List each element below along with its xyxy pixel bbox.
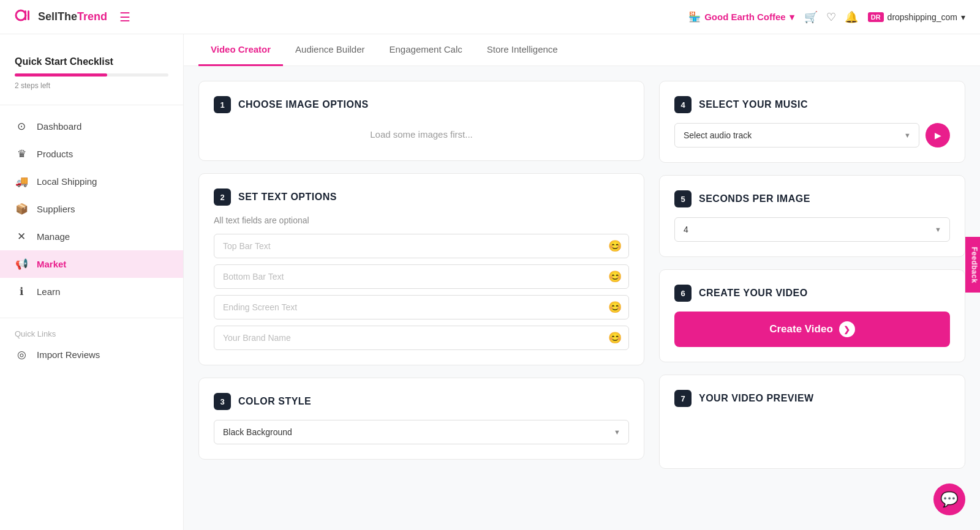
step5-card: 5 SECONDS PER IMAGE 1 2 3 4 5 6 7 8 xyxy=(659,175,965,257)
tab-engagement-calc[interactable]: Engagement Calc xyxy=(377,34,475,66)
top-bar-emoji-btn[interactable]: 😊 xyxy=(608,239,622,253)
seconds-per-image-select[interactable]: 1 2 3 4 5 6 7 8 xyxy=(674,217,950,242)
play-icon: ▶ xyxy=(935,130,941,140)
store-selector[interactable]: 🏪 Good Earth Coffee ▾ xyxy=(688,11,794,23)
step1-card: 1 CHOOSE IMAGE OPTIONS Load some images … xyxy=(198,81,644,161)
steps-left-label: 2 steps left xyxy=(15,81,168,90)
ending-screen-emoji-btn[interactable]: 😊 xyxy=(608,300,622,314)
content-area: 1 CHOOSE IMAGE OPTIONS Load some images … xyxy=(184,66,980,483)
logo[interactable]: SellTheTrend xyxy=(15,6,107,29)
manage-icon: ✕ xyxy=(15,230,28,243)
logo-icon xyxy=(15,6,34,29)
sub-navigation: Video Creator Audience Builder Engagemen… xyxy=(184,34,980,66)
color-style-select[interactable]: Black Background White Background Gradie… xyxy=(214,420,629,444)
products-icon: ♛ xyxy=(15,147,28,160)
step3-header: 3 COLOR STYLE xyxy=(214,393,629,410)
sidebar-item-manage[interactable]: ✕ Manage xyxy=(0,223,183,250)
import-reviews-icon: ◎ xyxy=(15,348,28,361)
progress-bar-background xyxy=(15,73,168,77)
step1-header: 1 CHOOSE IMAGE OPTIONS xyxy=(214,96,629,113)
sidebar-item-import-reviews[interactable]: ◎ Import Reviews xyxy=(0,341,183,368)
bottom-bar-emoji-btn[interactable]: 😊 xyxy=(608,270,622,283)
color-style-select-wrapper: Black Background White Background Gradie… xyxy=(214,420,629,444)
tab-audience-builder[interactable]: Audience Builder xyxy=(283,34,377,66)
user-dropdown-icon: ▾ xyxy=(961,12,965,22)
cart-icon[interactable]: 🛒 xyxy=(804,10,818,24)
step2-card: 2 SET TEXT OPTIONS All text fields are o… xyxy=(198,173,644,365)
step2-header: 2 SET TEXT OPTIONS xyxy=(214,188,629,206)
bottom-bar-text-wrapper: 😊 xyxy=(214,264,629,289)
create-video-label: Create Video xyxy=(769,323,833,335)
sidebar-item-label: Manage xyxy=(37,231,70,242)
step1-title: CHOOSE IMAGE OPTIONS xyxy=(238,99,369,110)
step6-title: CREATE YOUR VIDEO xyxy=(699,288,808,299)
step4-title: SELECT YOUR MUSIC xyxy=(699,99,808,110)
step7-header: 7 YOUR VIDEO PREVIEW xyxy=(674,390,950,407)
main-content: Video Creator Audience Builder Engagemen… xyxy=(184,34,980,530)
tab-video-creator[interactable]: Video Creator xyxy=(198,34,283,66)
brand-name-input[interactable] xyxy=(214,326,629,350)
step2-title: SET TEXT OPTIONS xyxy=(238,192,337,203)
nav-right: 🏪 Good Earth Coffee ▾ 🛒 ♡ 🔔 DR dropshipp… xyxy=(688,10,965,24)
market-icon: 📢 xyxy=(15,258,28,271)
step4-badge: 4 xyxy=(674,96,692,113)
sidebar-nav: ⊙ Dashboard ♛ Products 🚚 Local Shipping … xyxy=(0,105,183,313)
user-badge: DR xyxy=(868,12,884,22)
svg-rect-1 xyxy=(24,10,26,20)
svg-rect-2 xyxy=(28,10,29,20)
sidebar-item-dashboard[interactable]: ⊙ Dashboard xyxy=(0,113,183,140)
user-menu[interactable]: DR dropshipping_com ▾ xyxy=(868,12,965,22)
sidebar: Quick Start Checklist 2 steps left ⊙ Das… xyxy=(0,34,184,530)
bell-icon[interactable]: 🔔 xyxy=(845,10,858,24)
quick-links-label: Quick Links xyxy=(0,323,183,341)
feedback-tab[interactable]: Feedback xyxy=(965,237,980,293)
brand-name-emoji-btn[interactable]: 😊 xyxy=(608,331,622,345)
step4-header: 4 SELECT YOUR MUSIC xyxy=(674,96,950,113)
sidebar-item-suppliers[interactable]: 📦 Suppliers xyxy=(0,195,183,223)
suppliers-icon: 📦 xyxy=(15,203,28,215)
step7-title: YOUR VIDEO PREVIEW xyxy=(699,393,814,404)
step3-badge: 3 xyxy=(214,393,231,410)
progress-bar-fill xyxy=(15,73,107,77)
create-video-button[interactable]: Create Video ❯ xyxy=(674,312,950,347)
heart-icon[interactable]: ♡ xyxy=(826,10,836,24)
hamburger-menu[interactable]: ☰ xyxy=(119,10,130,24)
ending-screen-text-input[interactable] xyxy=(214,295,629,319)
sidebar-item-label: Local Shipping xyxy=(37,176,97,187)
ending-screen-text-wrapper: 😊 xyxy=(214,295,629,319)
step5-badge: 5 xyxy=(674,190,692,207)
sidebar-item-label: Learn xyxy=(37,286,60,297)
chat-bubble[interactable]: 💬 xyxy=(933,483,965,515)
sidebar-item-market[interactable]: 📢 Market xyxy=(0,250,183,278)
dashboard-icon: ⊙ xyxy=(15,120,28,133)
step1-badge: 1 xyxy=(214,96,231,113)
sidebar-item-local-shipping[interactable]: 🚚 Local Shipping xyxy=(0,168,183,195)
play-audio-button[interactable]: ▶ xyxy=(925,123,950,147)
main-layout: Quick Start Checklist 2 steps left ⊙ Das… xyxy=(0,34,980,530)
sidebar-divider xyxy=(0,318,183,318)
step3-card: 3 COLOR STYLE Black Background White Bac… xyxy=(198,378,644,460)
step3-title: COLOR STYLE xyxy=(238,396,311,407)
sidebar-item-label: Suppliers xyxy=(37,204,75,214)
store-name-label: Good Earth Coffee xyxy=(704,12,786,22)
checklist-section: Quick Start Checklist 2 steps left xyxy=(0,47,183,105)
sidebar-item-learn[interactable]: ℹ Learn xyxy=(0,278,183,305)
music-controls: Select audio track ▶ xyxy=(674,123,950,147)
right-column: 4 SELECT YOUR MUSIC Select audio track ▶ xyxy=(659,81,965,469)
step5-header: 5 SECONDS PER IMAGE xyxy=(674,190,950,207)
step2-badge: 2 xyxy=(214,188,231,206)
top-bar-text-input[interactable] xyxy=(214,234,629,258)
sidebar-item-label: Import Reviews xyxy=(37,349,100,360)
svg-point-0 xyxy=(16,10,26,20)
tab-store-intelligence[interactable]: Store Intelligence xyxy=(475,34,570,66)
seconds-select-wrapper: 1 2 3 4 5 6 7 8 xyxy=(674,217,950,242)
sidebar-item-label: Market xyxy=(37,259,66,269)
audio-track-select[interactable]: Select audio track xyxy=(674,123,919,147)
step6-card: 6 CREATE YOUR VIDEO Create Video ❯ xyxy=(659,269,965,362)
step6-badge: 6 xyxy=(674,285,692,302)
step7-badge: 7 xyxy=(674,390,692,407)
bottom-bar-text-input[interactable] xyxy=(214,264,629,289)
sidebar-item-products[interactable]: ♛ Products xyxy=(0,140,183,168)
store-dropdown-icon: ▾ xyxy=(790,12,794,23)
learn-icon: ℹ xyxy=(15,285,28,298)
